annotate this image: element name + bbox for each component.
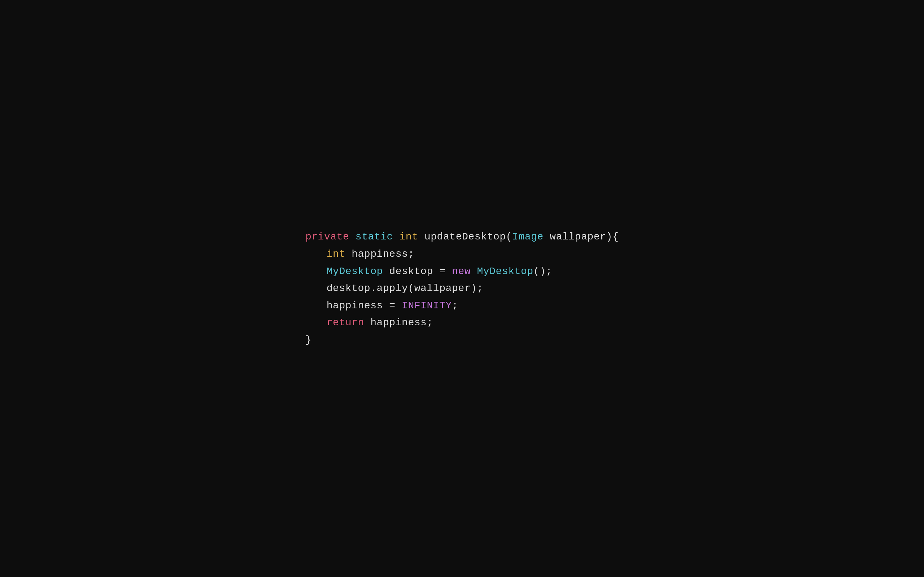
keyword-return: return	[327, 317, 364, 328]
closing-brace: }	[305, 334, 312, 345]
line2-rest: happiness;	[346, 248, 414, 259]
line5-text1: happiness =	[327, 300, 402, 311]
keyword-int-var: int	[327, 248, 346, 259]
code-line-2: int happiness;	[305, 246, 619, 263]
method-text: updateDesktop(	[425, 231, 512, 242]
keyword-static: static	[355, 231, 393, 242]
keyword-new: new	[452, 266, 471, 277]
line5-text2: ;	[452, 300, 458, 311]
class-mydesktop-1: MyDesktop	[327, 266, 383, 277]
param-type: Image	[512, 231, 544, 242]
line6-rest: happiness;	[364, 317, 433, 328]
constant-infinity: INFINITY	[402, 300, 452, 311]
line3-rest2: ();	[533, 266, 552, 277]
code-line-3: MyDesktop desktop = new MyDesktop();	[305, 263, 619, 280]
space-2	[393, 231, 399, 242]
class-mydesktop-2: MyDesktop	[471, 266, 533, 277]
code-line-7: }	[305, 331, 619, 349]
code-block: private static int updateDesktop(Image w…	[305, 228, 619, 348]
space-1	[349, 231, 355, 242]
keyword-int-return: int	[399, 231, 418, 242]
line4-text: desktop.apply(wallpaper);	[327, 283, 483, 294]
code-line-1: private static int updateDesktop(Image w…	[305, 228, 619, 246]
method-name	[418, 231, 424, 242]
param-rest: wallpaper){	[544, 231, 619, 242]
keyword-private: private	[305, 231, 349, 242]
line3-rest1: desktop =	[383, 266, 452, 277]
code-line-5: happiness = INFINITY;	[305, 297, 619, 314]
code-line-4: desktop.apply(wallpaper);	[305, 280, 619, 297]
code-line-6: return happiness;	[305, 314, 619, 331]
